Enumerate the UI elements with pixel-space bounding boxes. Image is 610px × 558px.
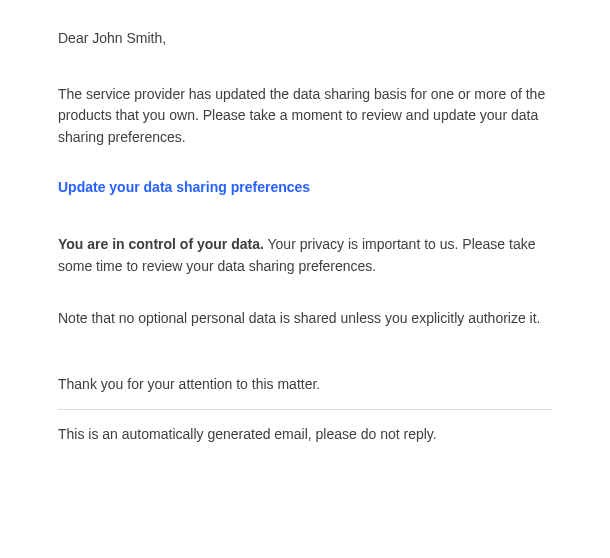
- note-paragraph: Note that no optional personal data is s…: [58, 308, 552, 330]
- footer-note: This is an automatically generated email…: [58, 424, 552, 446]
- update-preferences-link[interactable]: Update your data sharing preferences: [58, 177, 310, 199]
- control-bold-text: You are in control of your data.: [58, 236, 264, 252]
- greeting-text: Dear John Smith,: [58, 28, 552, 50]
- intro-paragraph: The service provider has updated the dat…: [58, 84, 552, 149]
- closing-text: Thank you for your attention to this mat…: [58, 374, 552, 396]
- control-paragraph: You are in control of your data. Your pr…: [58, 234, 552, 277]
- divider: [58, 409, 552, 410]
